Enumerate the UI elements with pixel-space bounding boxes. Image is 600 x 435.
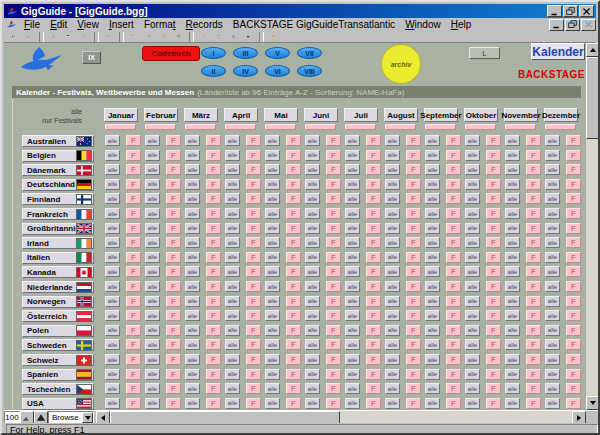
menu-edit[interactable]: Edit xyxy=(45,19,72,30)
cell-all-be-juni[interactable]: alle xyxy=(305,150,320,161)
cell-festivals-pl-august[interactable]: F xyxy=(406,325,421,336)
cell-all-be-juli[interactable]: alle xyxy=(345,150,360,161)
delete-record-icon[interactable] xyxy=(156,31,171,43)
cell-festivals-at-juli[interactable]: F xyxy=(366,310,381,321)
cell-festivals-dk-mai[interactable]: F xyxy=(286,164,301,175)
cell-festivals-ch-februar[interactable]: F xyxy=(166,354,181,365)
cell-all-es-januar[interactable]: alle xyxy=(105,369,120,380)
cell-festivals-gb-januar[interactable]: F xyxy=(126,223,141,234)
cell-all-it-august[interactable]: alle xyxy=(385,252,400,263)
month-festivals-strip-mai[interactable] xyxy=(265,124,296,130)
month-button-märz[interactable]: März xyxy=(184,108,218,122)
cell-festivals-gb-dezember[interactable]: F xyxy=(566,223,581,234)
cell-all-ie-juni[interactable]: alle xyxy=(305,237,320,248)
cell-festivals-ie-april[interactable]: F xyxy=(246,237,261,248)
cell-festivals-pl-januar[interactable]: F xyxy=(126,325,141,336)
cell-all-au-november[interactable]: alle xyxy=(505,135,520,146)
cell-all-us-november[interactable]: alle xyxy=(505,398,520,409)
cell-all-gb-november[interactable]: alle xyxy=(505,223,520,234)
cell-festivals-us-januar[interactable]: F xyxy=(126,398,141,409)
cell-festivals-dk-august[interactable]: F xyxy=(406,164,421,175)
cell-all-pl-januar[interactable]: alle xyxy=(105,325,120,336)
cell-festivals-gb-september[interactable]: F xyxy=(446,223,461,234)
month-festivals-strip-januar[interactable] xyxy=(105,124,136,130)
scroll-down-button[interactable] xyxy=(586,396,600,410)
cell-all-dk-april[interactable]: alle xyxy=(225,164,240,175)
cell-all-it-september[interactable]: alle xyxy=(425,252,440,263)
cell-all-pl-oktober[interactable]: alle xyxy=(465,325,480,336)
cell-festivals-de-mai[interactable]: F xyxy=(286,179,301,190)
cell-festivals-se-januar[interactable]: F xyxy=(126,339,141,350)
cell-all-no-januar[interactable]: alle xyxy=(105,296,120,307)
cell-festivals-dk-juni[interactable]: F xyxy=(326,164,341,175)
month-button-mai[interactable]: Mai xyxy=(264,108,298,122)
cell-festivals-au-juni[interactable]: F xyxy=(326,135,341,146)
cell-all-ca-oktober[interactable]: alle xyxy=(465,266,480,277)
cell-all-it-januar[interactable]: alle xyxy=(105,252,120,263)
cell-festivals-ie-oktober[interactable]: F xyxy=(486,237,501,248)
cell-festivals-no-oktober[interactable]: F xyxy=(486,296,501,307)
cell-festivals-it-juli[interactable]: F xyxy=(366,252,381,263)
cell-festivals-fi-august[interactable]: F xyxy=(406,193,421,204)
cell-festivals-de-oktober[interactable]: F xyxy=(486,179,501,190)
cell-festivals-es-oktober[interactable]: F xyxy=(486,369,501,380)
cell-festivals-ie-januar[interactable]: F xyxy=(126,237,141,248)
month-festivals-strip-dezember[interactable] xyxy=(545,124,576,130)
cell-all-de-dezember[interactable]: alle xyxy=(545,179,560,190)
cell-festivals-ie-februar[interactable]: F xyxy=(166,237,181,248)
cell-all-fi-april[interactable]: alle xyxy=(225,193,240,204)
cell-festivals-fr-januar[interactable]: F xyxy=(126,208,141,219)
cell-festivals-fi-oktober[interactable]: F xyxy=(486,193,501,204)
ix-button[interactable]: IX xyxy=(82,51,101,64)
cell-all-ca-august[interactable]: alle xyxy=(385,266,400,277)
cell-festivals-it-märz[interactable]: F xyxy=(206,252,221,263)
cell-all-gb-oktober[interactable]: alle xyxy=(465,223,480,234)
cell-festivals-ca-januar[interactable]: F xyxy=(126,266,141,277)
cell-festivals-cz-september[interactable]: F xyxy=(446,383,461,394)
cell-festivals-at-april[interactable]: F xyxy=(246,310,261,321)
copy-icon[interactable] xyxy=(61,31,76,43)
cell-festivals-se-november[interactable]: F xyxy=(526,339,541,350)
cell-festivals-ca-november[interactable]: F xyxy=(526,266,541,277)
month-button-februar[interactable]: Februar xyxy=(144,108,178,122)
cell-all-gb-juli[interactable]: alle xyxy=(345,223,360,234)
cell-all-se-september[interactable]: alle xyxy=(425,339,440,350)
cell-festivals-ie-november[interactable]: F xyxy=(526,237,541,248)
month-button-september[interactable]: September xyxy=(424,108,458,122)
cell-all-fr-oktober[interactable]: alle xyxy=(465,208,480,219)
cell-all-no-oktober[interactable]: alle xyxy=(465,296,480,307)
cell-festivals-es-märz[interactable]: F xyxy=(206,369,221,380)
cell-festivals-ie-juli[interactable]: F xyxy=(366,237,381,248)
cell-festivals-es-mai[interactable]: F xyxy=(286,369,301,380)
cell-all-au-dezember[interactable]: alle xyxy=(545,135,560,146)
cell-festivals-no-mai[interactable]: F xyxy=(286,296,301,307)
cell-festivals-no-juli[interactable]: F xyxy=(366,296,381,307)
cell-all-be-april[interactable]: alle xyxy=(225,150,240,161)
cell-all-ie-juli[interactable]: alle xyxy=(345,237,360,248)
cell-all-be-januar[interactable]: alle xyxy=(105,150,120,161)
cell-festivals-cz-februar[interactable]: F xyxy=(166,383,181,394)
cell-festivals-us-dezember[interactable]: F xyxy=(566,398,581,409)
cell-festivals-dk-november[interactable]: F xyxy=(526,164,541,175)
cell-festivals-se-september[interactable]: F xyxy=(446,339,461,350)
cell-all-ch-juni[interactable]: alle xyxy=(305,354,320,365)
cell-all-ca-juni[interactable]: alle xyxy=(305,266,320,277)
close-button[interactable] xyxy=(579,5,594,17)
duplicate-record-icon[interactable] xyxy=(141,31,156,43)
cell-all-se-januar[interactable]: alle xyxy=(105,339,120,350)
cell-all-nl-juli[interactable]: alle xyxy=(345,281,360,292)
cell-all-ch-november[interactable]: alle xyxy=(505,354,520,365)
cell-all-se-oktober[interactable]: alle xyxy=(465,339,480,350)
cell-all-ca-dezember[interactable]: alle xyxy=(545,266,560,277)
cell-all-dk-januar[interactable]: alle xyxy=(105,164,120,175)
country-button-gb[interactable]: Großbritannien xyxy=(22,223,94,235)
open-url-icon[interactable] xyxy=(226,31,241,43)
cell-festivals-at-februar[interactable]: F xyxy=(166,310,181,321)
country-button-cz[interactable]: Tschechien xyxy=(22,383,94,395)
cell-all-es-oktober[interactable]: alle xyxy=(465,369,480,380)
cell-all-dk-september[interactable]: alle xyxy=(425,164,440,175)
cell-festivals-ie-juni[interactable]: F xyxy=(326,237,341,248)
cell-all-gb-januar[interactable]: alle xyxy=(105,223,120,234)
cell-festivals-fi-juli[interactable]: F xyxy=(366,193,381,204)
cell-all-au-juli[interactable]: alle xyxy=(345,135,360,146)
